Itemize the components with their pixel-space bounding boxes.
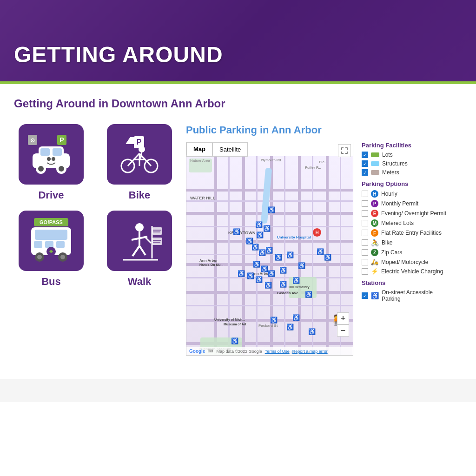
flatrate-badge: F [371, 229, 378, 237]
svg-rect-43 [152, 227, 162, 235]
structures-label: Structures [382, 160, 408, 167]
transport-walk[interactable]: Walk [102, 211, 177, 288]
flatrate-checkbox[interactable] [362, 230, 368, 236]
lots-color [371, 152, 379, 157]
accessible-icon-29: ♿ [317, 248, 324, 255]
legend-stations-section: Stations ♿ On-street Accessible Parking [362, 279, 452, 302]
lots-label: Lots [382, 152, 393, 158]
legend-hourly: H Hourly [362, 190, 452, 198]
evening-label: Evening/ Overnight Permit [381, 210, 446, 217]
svg-rect-6 [40, 148, 50, 156]
drive-icon: P ⊙ [26, 132, 77, 177]
bus-label: Bus [41, 276, 61, 288]
google-logo: Google [189, 349, 205, 354]
accessible-icon-25: ♿ [292, 314, 300, 321]
accessible-icon-24: ♿ [270, 317, 278, 324]
legend-facilities-section: Parking Facilities Lots Structures [362, 142, 452, 176]
accessible-icon-18: ♿ [247, 272, 254, 279]
bus-icon-box: GO!PASS [19, 211, 84, 271]
accessible-icon-2: ♿ [255, 221, 263, 228]
terms-link[interactable]: Terms of Use [265, 349, 290, 354]
monthly-badge: P [371, 200, 378, 207]
drive-label: Drive [38, 189, 64, 201]
zoom-in-button[interactable]: + [337, 312, 349, 324]
zipcar-label: Zip Cars [381, 249, 402, 256]
walk-icon-box [107, 211, 172, 271]
accessible-icon-28: ♿ [308, 328, 316, 335]
svg-rect-44 [152, 238, 162, 245]
map-legend: Parking Facilities Lots Structures [362, 142, 452, 356]
svg-rect-28 [34, 241, 42, 248]
structures-checkbox[interactable] [362, 160, 368, 167]
bike-checkbox[interactable] [362, 239, 368, 246]
accessible-icon-13: ♿ [261, 265, 268, 272]
accessible-icon-21: ♿ [264, 282, 272, 289]
accessible-icon-23: ♿ [292, 277, 300, 284]
legend-zipcar: Z Zip Cars [362, 249, 452, 256]
accessible-label: On-street Accessible Parking [382, 289, 452, 302]
accessible-icon-17: ♿ [238, 270, 245, 277]
zoom-out-button[interactable]: − [337, 324, 349, 337]
transport-drive[interactable]: P ⊙ [14, 124, 88, 201]
accessible-checkbox[interactable] [362, 292, 368, 299]
main-content: Getting Around in Downtown Ann Arbor P ⊙ [0, 84, 476, 370]
legend-lots: Lots [362, 152, 452, 158]
bike-option-label: Bike [382, 239, 392, 246]
map-tab-map[interactable]: Map [186, 142, 212, 156]
content-area: P ⊙ [14, 124, 462, 356]
legend-meters: Meters [362, 169, 452, 176]
transport-grid: P ⊙ [14, 124, 177, 288]
metered-checkbox[interactable] [362, 220, 368, 226]
moped-label: Moped/ Motorcycle [381, 259, 428, 265]
legend-monthly: P Monthly Permit [362, 200, 452, 207]
svg-rect-27 [35, 230, 67, 240]
monthly-checkbox[interactable] [362, 200, 368, 207]
legend-moped: 🛵 Moped/ Motorcycle [362, 258, 452, 265]
map-section: Public Parking in Ann Arbor Map Satellit… [181, 124, 462, 356]
hourly-badge: H [371, 190, 378, 198]
accessible-icon-4: ♿ [256, 231, 264, 238]
svg-point-9 [38, 166, 44, 172]
legend-options-section: Parking Options H Hourly P Monthly Permi… [362, 180, 452, 275]
accessible-icon-19: ♿ [255, 276, 263, 283]
accessible-icon-8: ♿ [265, 247, 273, 254]
svg-text:P: P [137, 138, 142, 146]
svg-point-32 [37, 255, 42, 259]
accessible-icon-15: ♿ [279, 267, 287, 274]
legend-bike: 🚴 Bike [362, 239, 452, 246]
accessible-icon-1: ♿ [268, 206, 275, 213]
meters-label: Meters [382, 169, 399, 176]
hourly-checkbox[interactable] [362, 191, 368, 197]
drive-icon-box: P ⊙ [19, 124, 84, 185]
keyboard-icon: ⌨ [208, 349, 213, 353]
svg-text:P: P [60, 136, 64, 144]
svg-point-22 [139, 146, 145, 152]
meters-checkbox[interactable] [362, 169, 368, 176]
legend-flatrate: F Flat Rate Entry Facilities [362, 229, 452, 237]
transport-bike[interactable]: P Bike [102, 124, 177, 201]
svg-text:⊙: ⊙ [30, 137, 35, 144]
ev-checkbox[interactable] [362, 268, 368, 275]
zipcar-checkbox[interactable] [362, 249, 368, 256]
legend-options-title: Parking Options [362, 180, 452, 187]
metered-label: Metered Lots [381, 220, 414, 226]
fullscreen-icon [341, 147, 348, 154]
moped-checkbox[interactable] [362, 259, 368, 265]
evening-checkbox[interactable] [362, 210, 368, 217]
legend-evening: E Evening/ Overnight Permit [362, 210, 452, 217]
bike-option-icon: 🚴 [371, 239, 379, 246]
map-fullscreen-button[interactable] [338, 144, 351, 157]
report-link[interactable]: Report a map error [292, 349, 328, 354]
map-wrapper: Map Satellite [186, 142, 353, 356]
accessible-icon-22: ♿ [279, 281, 287, 288]
map-data-text: Map data ©2022 Google [216, 349, 262, 354]
meters-color [371, 170, 379, 175]
bike-label: Bike [129, 189, 150, 201]
svg-point-12 [47, 157, 51, 161]
transport-bus[interactable]: GO!PASS [14, 211, 88, 288]
legend-ev: ⚡ Electric Vehicle Charging [362, 268, 452, 275]
map-tabs: Map Satellite [186, 142, 248, 157]
lots-checkbox[interactable] [362, 152, 368, 158]
legend-accessible: ♿ On-street Accessible Parking [362, 289, 452, 302]
map-tab-satellite[interactable]: Satellite [212, 142, 248, 156]
